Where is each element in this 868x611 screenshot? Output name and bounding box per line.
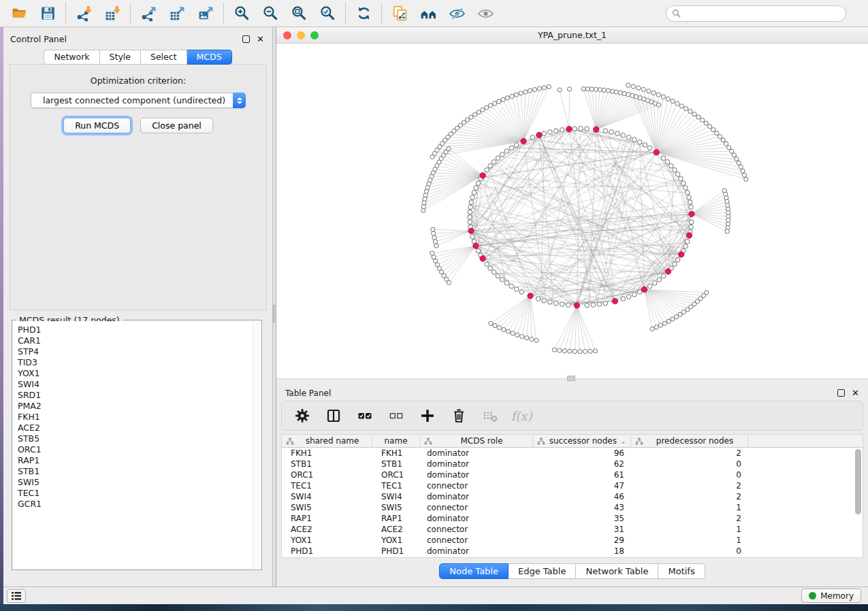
network-leaf-node[interactable] (666, 319, 671, 323)
table-row[interactable]: TEC1TEC1connector472 (282, 480, 863, 491)
network-node[interactable] (681, 181, 686, 186)
network-leaf-node[interactable] (530, 337, 534, 341)
network-leaf-node[interactable] (552, 348, 556, 352)
network-node[interactable] (469, 200, 474, 205)
zoom-fit-button[interactable] (287, 3, 311, 24)
float-panel-icon[interactable] (837, 389, 845, 397)
deselect-all-columns-button[interactable] (387, 406, 406, 425)
network-leaf-node[interactable] (626, 93, 630, 97)
network-node[interactable] (470, 235, 475, 240)
network-leaf-node[interactable] (662, 321, 666, 325)
table-row[interactable]: ORC1ORC1dominator610 (282, 469, 863, 480)
network-node[interactable] (474, 186, 479, 191)
network-canvas[interactable] (276, 44, 868, 378)
network-node[interactable] (687, 195, 692, 200)
network-node[interactable] (553, 301, 558, 306)
network-node[interactable] (585, 303, 590, 308)
network-node[interactable] (675, 258, 680, 263)
list-scrollbar[interactable] (253, 321, 261, 569)
network-node[interactable] (665, 160, 670, 165)
network-node[interactable] (637, 140, 642, 145)
mcds-result-item[interactable]: GCR1 (18, 499, 261, 510)
network-node[interactable] (673, 168, 677, 173)
export-image-button[interactable] (193, 3, 218, 24)
tab-style[interactable]: Style (100, 50, 141, 65)
save-session-button[interactable] (35, 3, 60, 24)
network-leaf-node[interactable] (567, 87, 571, 91)
network-node[interactable] (585, 127, 590, 131)
network-node[interactable] (519, 290, 524, 295)
network-leaf-node[interactable] (630, 93, 634, 97)
network-leaf-node[interactable] (730, 149, 734, 153)
mcds-hub-node[interactable] (566, 127, 572, 132)
float-panel-icon[interactable] (242, 35, 250, 43)
network-node[interactable] (591, 303, 596, 308)
network-leaf-node[interactable] (514, 93, 518, 97)
network-leaf-node[interactable] (614, 90, 618, 94)
network-leaf-node[interactable] (489, 321, 493, 325)
network-node[interactable] (488, 163, 493, 168)
network-node[interactable] (685, 191, 690, 195)
network-node[interactable] (597, 302, 602, 307)
network-node[interactable] (488, 266, 493, 271)
network-leaf-node[interactable] (658, 323, 662, 327)
network-node[interactable] (470, 195, 475, 200)
network-node[interactable] (514, 287, 519, 292)
network-node[interactable] (685, 240, 690, 244)
network-leaf-node[interactable] (679, 104, 684, 108)
mcds-hub-node[interactable] (468, 228, 474, 233)
search-input[interactable] (685, 9, 840, 18)
network-node[interactable] (603, 301, 608, 306)
network-node[interactable] (689, 225, 694, 229)
mcds-hub-node[interactable] (480, 256, 485, 261)
network-leaf-node[interactable] (696, 115, 701, 119)
network-leaf-node[interactable] (501, 97, 505, 101)
network-leaf-node[interactable] (654, 325, 658, 329)
network-leaf-node[interactable] (430, 251, 434, 255)
network-node[interactable] (542, 131, 547, 136)
criterion-dropdown[interactable]: largest connected component (undirected) (31, 93, 246, 108)
table-row[interactable]: SWI5SWI5connector431 (282, 502, 863, 513)
network-node[interactable] (679, 176, 684, 181)
network-node[interactable] (560, 128, 564, 133)
network-leaf-node[interactable] (618, 90, 622, 95)
table-row[interactable]: FKH1FKH1dominator962 (282, 448, 863, 459)
select-all-columns-button[interactable] (355, 406, 374, 425)
network-node[interactable] (468, 205, 473, 210)
first-neighbors-button[interactable] (416, 3, 440, 24)
network-leaf-node[interactable] (704, 121, 708, 125)
open-file-button[interactable] (7, 3, 31, 24)
mcds-hub-node[interactable] (689, 211, 694, 216)
mcds-hub-node[interactable] (679, 252, 684, 257)
network-leaf-node[interactable] (626, 83, 630, 87)
mcds-result-item[interactable]: SWI4 (18, 379, 261, 390)
import-network-button[interactable] (71, 3, 96, 24)
table-row[interactable]: SWI4SWI4dominator462 (282, 491, 863, 502)
mcds-hub-node[interactable] (654, 150, 659, 155)
close-panel-icon[interactable]: ✕ (257, 35, 264, 43)
network-node[interactable] (509, 146, 514, 150)
network-node[interactable] (504, 281, 509, 286)
network-node[interactable] (504, 149, 509, 154)
network-node[interactable] (689, 205, 694, 210)
network-leaf-node[interactable] (481, 108, 485, 112)
network-leaf-node[interactable] (725, 229, 729, 233)
network-node[interactable] (643, 143, 647, 148)
network-leaf-node[interactable] (671, 317, 675, 321)
network-leaf-node[interactable] (524, 90, 528, 94)
network-leaf-node[interactable] (715, 131, 719, 135)
network-node[interactable] (579, 127, 583, 131)
network-leaf-node[interactable] (431, 227, 435, 231)
mcds-hub-node[interactable] (612, 298, 617, 303)
network-leaf-node[interactable] (721, 138, 725, 142)
network-leaf-node[interactable] (506, 329, 510, 333)
network-node[interactable] (621, 297, 626, 301)
network-leaf-node[interactable] (593, 349, 597, 353)
tab-motifs[interactable]: Motifs (658, 563, 705, 579)
close-panel-icon[interactable]: ✕ (852, 389, 859, 397)
tab-select[interactable]: Select (141, 50, 187, 65)
network-leaf-node[interactable] (674, 315, 678, 319)
network-node[interactable] (553, 129, 558, 133)
network-leaf-node[interactable] (510, 94, 514, 98)
network-leaf-node[interactable] (573, 349, 577, 353)
